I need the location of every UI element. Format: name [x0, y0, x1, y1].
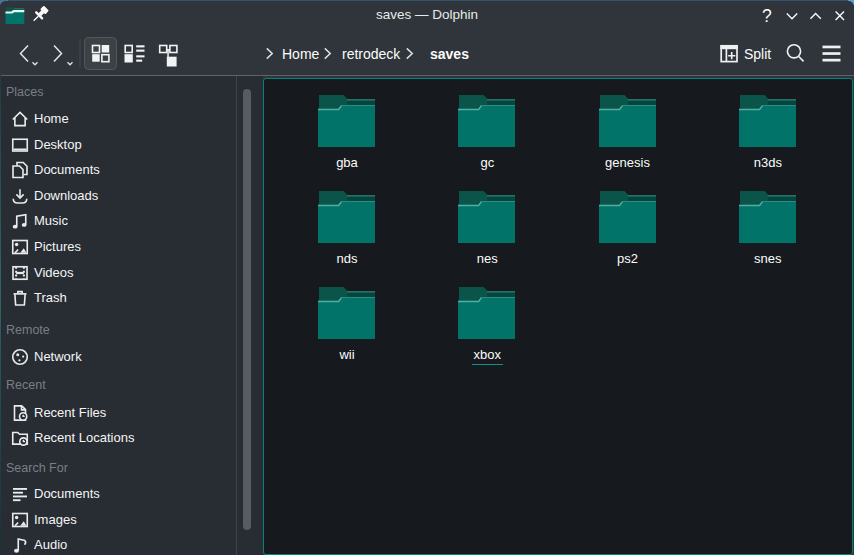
svg-text:?: ?: [762, 6, 772, 26]
